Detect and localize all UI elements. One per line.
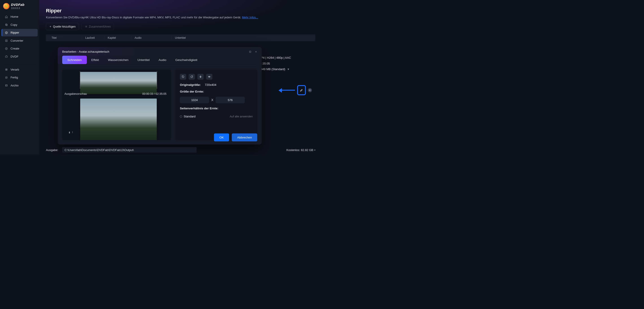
highlight-edit-button[interactable] bbox=[297, 85, 306, 95]
flip-horizontal-button[interactable] bbox=[206, 74, 212, 80]
flip-vertical-icon bbox=[199, 75, 202, 78]
sidebar-item-converter[interactable]: Converter bbox=[2, 37, 38, 44]
col-subtitle: Untertitel bbox=[172, 36, 310, 40]
table-header: Titel Laufzeit Kapitel Audio Untertitel bbox=[46, 34, 316, 41]
ok-button[interactable]: OK bbox=[214, 134, 229, 142]
output-path-value: C:\Users\fab\Documents\DVDFab\DVDFab13\O… bbox=[64, 148, 134, 152]
radio-standard[interactable]: Standard bbox=[180, 115, 196, 118]
crop-size-label: Größe der Ernte: bbox=[180, 90, 253, 94]
radio-dot-icon bbox=[180, 116, 182, 118]
col-title: Titel bbox=[52, 36, 82, 40]
meta-format: MP4 | H264 | 480p | AAC bbox=[259, 56, 291, 60]
tab-untertitel[interactable]: Untertitel bbox=[133, 56, 154, 64]
converter-icon bbox=[5, 39, 8, 42]
edit-dialog: Bearbeiten - Avatar.schauspielerisch Sch… bbox=[58, 47, 262, 144]
sidebar-item-label: Create bbox=[10, 47, 19, 50]
brand-version: 13.0.0.3 bbox=[11, 7, 24, 10]
seek-bar[interactable]: ▮ I bbox=[69, 130, 89, 135]
page-description: Konvertieren Sie DVD/Blu-ray/4K Ultra HD… bbox=[46, 16, 316, 19]
crop-width-input[interactable] bbox=[180, 97, 209, 103]
original-size-value: 720x404 bbox=[205, 83, 216, 87]
crop-controls: Originalgröße: 720x404 Größe der Ernte: … bbox=[176, 70, 257, 140]
sidebar-item-finished[interactable]: Fertig bbox=[2, 74, 38, 81]
dialog-title: Bearbeiten - Avatar.schauspielerisch bbox=[62, 50, 110, 54]
sidebar-item-ripper[interactable]: Ripper bbox=[2, 29, 38, 36]
tab-schneiden[interactable]: Schneiden bbox=[62, 56, 87, 64]
meta-size: 2849 MB (Standard) bbox=[259, 68, 285, 71]
apply-all-link[interactable]: Auf alle anwenden bbox=[230, 115, 253, 118]
sidebar-separator bbox=[3, 63, 36, 63]
flip-horizontal-icon bbox=[208, 75, 211, 78]
sidebar-item-label: DVDF bbox=[10, 55, 18, 58]
maximize-button[interactable] bbox=[249, 50, 252, 53]
sidebar-item-label: Fertig bbox=[10, 76, 18, 79]
sidebar-item-toolkit[interactable]: DVDF bbox=[2, 53, 38, 60]
sidebar-item-home[interactable]: Home bbox=[2, 13, 38, 20]
preview-pane: + Ausgabevorschau 00:00:33 / 02:35:05 ▮ … bbox=[62, 70, 171, 140]
page-description-text: Konvertieren Sie DVD/Blu-ray/4K Ultra HD… bbox=[46, 16, 242, 19]
tab-audio[interactable]: Audio bbox=[154, 56, 171, 64]
ripper-icon bbox=[5, 31, 8, 34]
svg-rect-6 bbox=[6, 56, 8, 57]
add-source-button[interactable]: Quelle hinzufügen bbox=[46, 23, 79, 30]
output-meta: MP4 | H264 | 480p | AAC 02:35:05 2849 MB… bbox=[254, 56, 316, 71]
svg-point-2 bbox=[6, 32, 8, 34]
sidebar-item-label: Home bbox=[10, 15, 18, 18]
cancel-button[interactable]: Abbrechen bbox=[232, 134, 257, 142]
col-audio: Audio bbox=[131, 36, 172, 40]
rotate-cw-icon bbox=[190, 75, 193, 78]
flip-vertical-button[interactable] bbox=[198, 74, 204, 80]
pencil-icon bbox=[300, 88, 303, 92]
tab-effekt[interactable]: Effekt bbox=[87, 56, 103, 64]
sidebar-item-label: Archiv bbox=[10, 84, 18, 88]
toolkit-icon bbox=[5, 55, 8, 58]
tab-wasserzeichen[interactable]: Wasserzeichen bbox=[104, 56, 133, 64]
col-chapter: Kapitel bbox=[104, 36, 131, 40]
original-size-label: Originalgröße: bbox=[180, 83, 201, 87]
crop-aspect-label: Seitenverhältnis der Ernte: bbox=[180, 107, 253, 110]
copy-icon bbox=[5, 23, 8, 26]
merge-label: Zusammenführen bbox=[89, 25, 111, 28]
sidebar-item-label: Ripper bbox=[10, 31, 19, 34]
preview-thumb-source bbox=[80, 72, 157, 94]
output-path-field[interactable]: C:\Users\fab\Documents\DVDFab\DVDFab13\O… bbox=[62, 147, 196, 153]
chevron-down-icon[interactable]: ▾ bbox=[314, 148, 316, 151]
page-title: Ripper bbox=[46, 8, 316, 14]
svg-rect-16 bbox=[250, 51, 251, 52]
seek-prev-icon: ▮ bbox=[69, 131, 70, 134]
svg-rect-8 bbox=[6, 77, 8, 78]
meta-size-dropdown[interactable]: 2849 MB (Standard) ▾ bbox=[254, 68, 316, 71]
sidebar-item-archive[interactable]: Archiv bbox=[2, 82, 38, 90]
sidebar-item-creator[interactable]: Create bbox=[2, 45, 38, 52]
maximize-icon bbox=[249, 50, 252, 53]
close-button[interactable] bbox=[255, 50, 257, 53]
svg-rect-0 bbox=[6, 24, 7, 26]
processing-icon bbox=[5, 68, 8, 71]
preview-position: 00:00:33 / 02:35:05 bbox=[142, 92, 166, 96]
sidebar-nav: Home Copy Ripper Converter bbox=[0, 13, 39, 89]
rotate-cw-button[interactable] bbox=[189, 74, 195, 80]
crop-height-input[interactable] bbox=[216, 97, 245, 103]
merge-icon bbox=[85, 25, 88, 28]
free-space-value: 82.82 GB bbox=[301, 148, 313, 152]
home-icon bbox=[5, 15, 8, 18]
merge-button[interactable]: Zusammenführen bbox=[82, 23, 114, 30]
creator-icon bbox=[5, 47, 8, 50]
dimension-x-separator: X bbox=[212, 98, 214, 102]
delete-button[interactable]: ✕ bbox=[308, 88, 312, 92]
dialog-tabs: Schneiden Effekt Wasserzeichen Untertite… bbox=[58, 56, 262, 64]
sidebar-item-processing[interactable]: Verarb bbox=[2, 66, 38, 74]
col-runtime: Laufzeit bbox=[82, 36, 104, 40]
more-info-link[interactable]: Mehr Infos... bbox=[242, 16, 258, 19]
plus-icon bbox=[49, 25, 52, 28]
sidebar-item-copy[interactable]: Copy bbox=[2, 21, 38, 29]
archive-icon bbox=[5, 84, 8, 87]
svg-rect-10 bbox=[6, 85, 8, 86]
brand-block: 😊 DVDFab 13.0.0.3 bbox=[0, 2, 39, 13]
rotate-ccw-button[interactable] bbox=[180, 74, 186, 80]
add-source-label: Quelle hinzufügen bbox=[53, 25, 76, 28]
seek-marker-icon: I bbox=[72, 131, 73, 134]
tab-geschwindigkeit[interactable]: Geschwindigkeit bbox=[171, 56, 202, 64]
radio-standard-label: Standard bbox=[184, 115, 196, 118]
svg-point-3 bbox=[6, 32, 6, 33]
